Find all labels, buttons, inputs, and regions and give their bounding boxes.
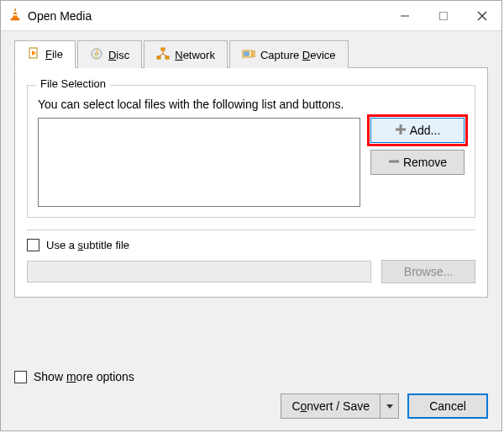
remove-button[interactable]: Remove (370, 150, 465, 175)
file-list[interactable] (38, 118, 360, 207)
minimize-button[interactable] (386, 1, 424, 30)
svg-marker-0 (13, 8, 18, 18)
svg-rect-5 (440, 12, 448, 19)
titlebar: Open Media (1, 1, 501, 31)
add-button-label: Add... (410, 124, 441, 137)
tab-file-label: File (45, 48, 63, 61)
window-title: Open Media (28, 9, 386, 23)
open-media-window: Open Media File (0, 0, 502, 431)
tab-capture-label: Capture Device (260, 49, 336, 61)
tab-network-label: Network (175, 49, 215, 61)
tab-network[interactable]: Network (144, 40, 228, 68)
close-button[interactable] (463, 1, 501, 30)
footer: Show more options Convert / Save Cancel (1, 360, 501, 430)
svg-rect-13 (157, 56, 160, 59)
svg-rect-1 (13, 11, 17, 13)
vlc-cone-icon (8, 7, 23, 24)
remove-button-label: Remove (403, 156, 447, 169)
file-selection-label: File Selection (36, 77, 110, 90)
svg-rect-22 (396, 128, 406, 130)
convert-save-dropdown[interactable] (381, 393, 399, 419)
tab-disc[interactable]: Disc (77, 40, 142, 68)
capture-device-icon (242, 47, 255, 63)
tab-panel-file: File Selection You can select local file… (14, 67, 488, 298)
show-more-checkbox-row[interactable]: Show more options (14, 370, 488, 383)
convert-save-split-button[interactable]: Convert / Save (281, 393, 399, 419)
subtitle-checkbox-label: Use a subtitle file (46, 239, 129, 251)
subtitle-path-input (27, 261, 371, 283)
svg-marker-20 (252, 50, 255, 57)
svg-marker-24 (386, 404, 393, 409)
file-selection-intro: You can select local files with the foll… (38, 98, 465, 111)
tab-file[interactable]: File (14, 40, 76, 68)
svg-rect-23 (389, 160, 399, 162)
tab-bar: File Disc (14, 40, 488, 67)
network-icon (156, 47, 170, 63)
svg-rect-19 (244, 52, 249, 55)
subtitle-checkbox[interactable] (27, 239, 39, 251)
convert-save-button[interactable]: Convert / Save (281, 393, 381, 419)
cancel-button[interactable]: Cancel (407, 393, 488, 419)
show-more-checkbox[interactable] (14, 371, 27, 383)
subtitle-checkbox-row[interactable]: Use a subtitle file (27, 239, 475, 251)
chevron-down-icon (386, 400, 394, 413)
tab-disc-label: Disc (108, 49, 129, 61)
file-selection-group: File Selection You can select local file… (27, 85, 475, 218)
svg-rect-14 (165, 56, 169, 59)
divider (27, 230, 475, 230)
browse-button: Browse... (381, 260, 475, 283)
maximize-button[interactable] (424, 1, 463, 30)
browse-button-label: Browse... (404, 265, 453, 278)
svg-rect-2 (13, 14, 17, 16)
file-icon (27, 46, 40, 62)
minus-icon (388, 156, 400, 170)
disc-icon (90, 47, 103, 63)
cancel-button-label: Cancel (429, 399, 466, 413)
svg-rect-12 (161, 48, 165, 50)
show-more-label: Show more options (34, 370, 134, 383)
tab-capture-device[interactable]: Capture Device (229, 40, 349, 68)
add-button[interactable]: Add... (370, 118, 465, 143)
svg-rect-3 (11, 18, 19, 20)
plus-icon (395, 124, 407, 138)
